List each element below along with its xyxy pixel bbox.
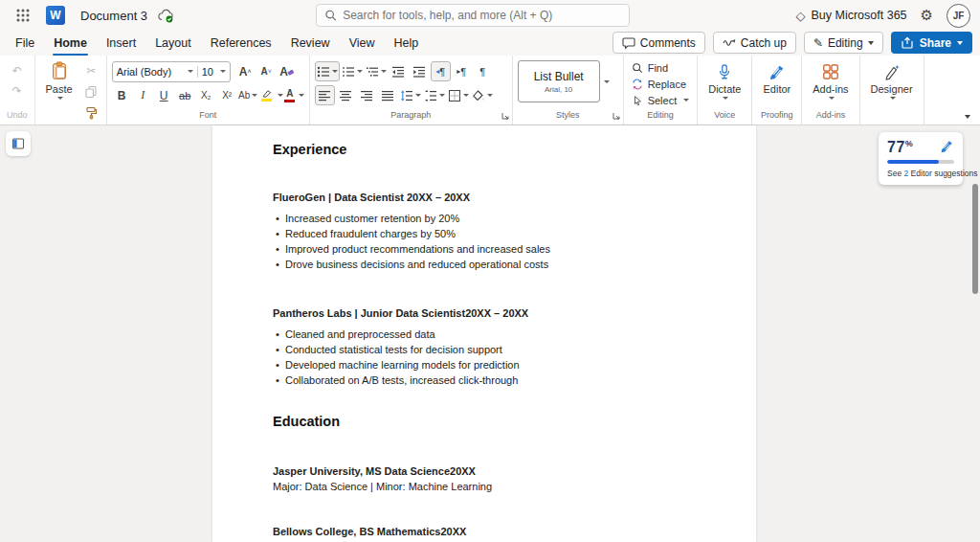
app-launcher-icon[interactable]	[10, 2, 36, 29]
style-gallery-current[interactable]: List Bullet Arial, 10	[518, 60, 600, 102]
voice-group-label: Voice	[702, 108, 746, 124]
navigation-pane-toggle[interactable]	[6, 131, 31, 156]
shading-button[interactable]	[471, 85, 494, 105]
paste-button[interactable]: Paste	[40, 60, 78, 123]
editor-score-card[interactable]: 77% See 2 Editor suggestions	[879, 132, 963, 185]
align-center-icon	[339, 89, 352, 102]
search-icon	[324, 9, 337, 22]
numbered-list-button[interactable]	[341, 61, 364, 81]
tab-insert[interactable]: Insert	[97, 33, 145, 54]
highlight-color-button[interactable]	[259, 85, 282, 105]
line-spacing-button[interactable]	[399, 85, 422, 105]
cut-button[interactable]: ✂	[81, 60, 101, 80]
bullet-list-button[interactable]	[315, 61, 340, 81]
buy-microsoft-365-button[interactable]: ◇ Buy Microsoft 365	[796, 9, 907, 23]
underline-button[interactable]: U	[154, 85, 174, 105]
undo-group: ↶ ↷ Undo	[0, 56, 34, 124]
list-item: •Reduced fraudulent charges by 50%	[273, 226, 718, 241]
paragraph-spacing-button[interactable]	[423, 85, 446, 105]
chevron-down-icon	[829, 97, 835, 100]
list-item: •Improved product recommendations and in…	[273, 241, 718, 257]
tab-references[interactable]: References	[201, 33, 281, 54]
document-page[interactable]: Experience FlueroGen | Data Scientist 20…	[212, 125, 756, 542]
numbered-list-icon	[342, 65, 355, 79]
comments-button[interactable]: Comments	[612, 32, 705, 54]
align-left-button[interactable]	[315, 85, 335, 105]
share-button[interactable]: Share	[891, 32, 972, 54]
chevron-down-icon	[439, 94, 445, 97]
proofing-group: Editor Proofing	[751, 56, 801, 124]
catch-up-button[interactable]: Catch up	[713, 32, 796, 54]
redo-button[interactable]: ↷	[5, 80, 30, 101]
decrease-indent-button[interactable]	[389, 61, 409, 81]
tab-help[interactable]: Help	[385, 33, 429, 54]
font-size-select[interactable]: 10	[197, 66, 230, 78]
grow-font-button[interactable]: A˄	[235, 61, 256, 81]
addins-button[interactable]: Add-ins	[807, 60, 854, 100]
entry-subtitle: Major: Data Science | Minor: Machine Lea…	[273, 479, 718, 494]
clear-formatting-button[interactable]: A	[278, 61, 298, 81]
document-title[interactable]: Document 3	[80, 9, 147, 23]
settings-gear-icon[interactable]: ⚙	[921, 7, 933, 24]
styles-dialog-launcher-icon[interactable]	[612, 112, 620, 120]
decrease-indent-icon	[391, 65, 405, 79]
font-family-select[interactable]: Arial (Body)	[113, 66, 197, 78]
italic-button[interactable]: I	[133, 85, 153, 105]
chevron-down-icon	[299, 94, 304, 97]
bullet-list: •Cleaned and preprocessed data •Conducte…	[273, 327, 718, 388]
tab-review[interactable]: Review	[281, 33, 340, 54]
content-area: Experience FlueroGen | Data Scientist 20…	[0, 125, 980, 542]
replace-icon	[632, 79, 643, 90]
list-item: •Cleaned and preprocessed data	[273, 327, 718, 342]
align-right-button[interactable]	[357, 85, 377, 105]
left-to-right-button[interactable]: ◂¶	[431, 61, 451, 81]
increase-indent-button[interactable]	[410, 61, 430, 81]
paragraph-dialog-launcher-icon[interactable]	[501, 112, 509, 120]
editor-button[interactable]: Editor	[757, 60, 796, 95]
right-to-left-button[interactable]: ▸¶	[452, 61, 472, 81]
styles-chevron-down-icon[interactable]	[604, 80, 610, 83]
subscript-button[interactable]: X₂	[196, 85, 216, 105]
tab-file[interactable]: File	[6, 33, 44, 54]
find-button[interactable]: Find	[629, 60, 693, 77]
font-group: Arial (Body) 10 A˄ A˅ A B I U	[106, 56, 309, 124]
replace-button[interactable]: Replace	[629, 77, 693, 93]
editing-group: Find Replace Select Editing	[623, 56, 698, 124]
addins-group-label: Add-ins	[807, 108, 854, 124]
vertical-scrollbar-thumb[interactable]	[972, 184, 978, 294]
copy-button[interactable]	[81, 81, 101, 102]
superscript-button[interactable]: X²	[217, 85, 237, 105]
shrink-font-button[interactable]: A˅	[256, 61, 277, 81]
editor-suggestions-link[interactable]: See 2 Editor suggestions	[887, 169, 954, 178]
more-font-options-button[interactable]: Ab	[238, 85, 258, 105]
word-logo-icon[interactable]: W	[46, 6, 65, 25]
dictate-button[interactable]: Dictate	[702, 60, 746, 100]
strikethrough-button[interactable]: ab	[175, 85, 195, 105]
search-input[interactable]	[343, 9, 621, 22]
tab-home[interactable]: Home	[44, 33, 97, 54]
tab-view[interactable]: View	[340, 33, 385, 54]
format-painter-button[interactable]	[81, 102, 101, 123]
editing-mode-button[interactable]: ✎ Editing	[804, 32, 883, 54]
side-panel-icon	[11, 137, 25, 150]
bullet-list: •Increased customer retention by 20% •Re…	[273, 211, 718, 272]
account-avatar[interactable]: JF	[947, 4, 970, 28]
font-color-button[interactable]: A	[283, 85, 304, 105]
list-item: •Drove business decisions and reduced op…	[273, 257, 718, 272]
align-center-button[interactable]	[336, 85, 356, 105]
undo-button[interactable]: ↶	[5, 60, 30, 80]
multilevel-list-button[interactable]	[365, 61, 388, 81]
select-button[interactable]: Select	[629, 92, 693, 108]
align-right-icon	[360, 89, 373, 102]
search-bar[interactable]	[316, 4, 630, 27]
collapse-ribbon-chevron-icon[interactable]	[965, 115, 970, 119]
justify-icon	[381, 89, 394, 102]
bold-button[interactable]: B	[112, 85, 132, 105]
show-formatting-marks-button[interactable]: ¶	[473, 61, 493, 81]
editor-score: 77%	[887, 139, 913, 156]
tab-layout[interactable]: Layout	[145, 33, 201, 54]
justify-button[interactable]	[378, 85, 398, 105]
paragraph-spacing-icon	[424, 89, 437, 102]
designer-button[interactable]: Designer	[865, 60, 919, 100]
borders-button[interactable]	[447, 85, 470, 105]
